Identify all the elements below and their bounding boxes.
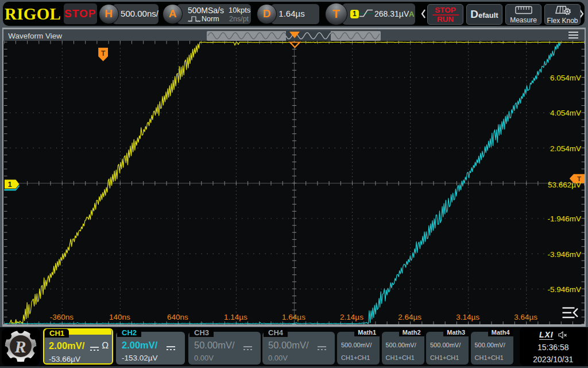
svg-text:6.054mV: 6.054mV (550, 74, 581, 82)
svg-text:140ns: 140ns (109, 313, 130, 321)
svg-text:1: 1 (7, 180, 11, 189)
svg-text:T: T (100, 49, 105, 57)
svg-text:-360ns: -360ns (49, 313, 74, 321)
svg-text:1.14µs: 1.14µs (223, 313, 247, 321)
svg-text:640ns: 640ns (167, 313, 188, 321)
svg-text:1.64µs: 1.64µs (282, 313, 305, 321)
svg-text:3.64µs: 3.64µs (514, 313, 537, 321)
svg-text:-3.946mV: -3.946mV (547, 250, 581, 258)
svg-text:3.14µs: 3.14µs (456, 313, 479, 321)
svg-text:2.14µs: 2.14µs (340, 313, 363, 321)
svg-text:4.054mV: 4.054mV (550, 109, 581, 117)
svg-text:-1.946mV: -1.946mV (547, 214, 581, 223)
svg-text:R: R (14, 336, 26, 355)
svg-text:2.64µs: 2.64µs (398, 313, 421, 321)
svg-text:2.054mV: 2.054mV (550, 144, 581, 152)
svg-text:53.662µV: 53.662µV (547, 180, 581, 189)
svg-text:-5.946mV: -5.946mV (547, 285, 581, 293)
